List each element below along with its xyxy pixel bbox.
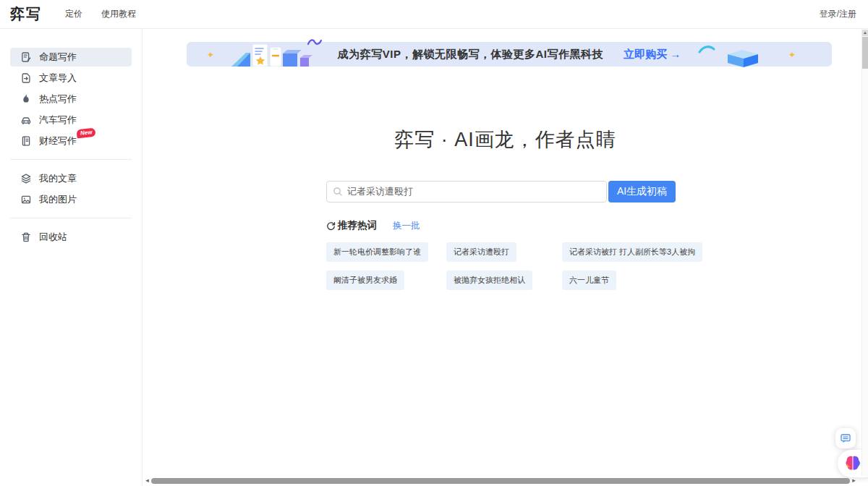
vertical-scrollbar[interactable]: ▲ <box>861 30 868 476</box>
sidebar-item-label: 我的图片 <box>39 193 77 206</box>
ai-generate-draft-button[interactable]: AI生成初稿 <box>608 181 676 202</box>
notebook-pen-icon <box>20 51 32 64</box>
search-icon <box>333 187 343 197</box>
app-logo[interactable]: 弈写 <box>10 4 42 24</box>
top-navigation: 定价 使用教程 <box>65 8 136 20</box>
refresh-hotwords-link[interactable]: 换一批 <box>393 220 420 232</box>
horizontal-scrollbar[interactable]: ◂ ▸ <box>143 477 858 485</box>
sparkle-icon: ✦ <box>207 51 214 59</box>
hotword-chip[interactable]: 六一儿童节 <box>562 270 616 290</box>
brain-logo <box>843 454 862 473</box>
search-section: AI生成初稿 推荐热词 换一批 新一轮电价调整影响了谁 记者采访遭殴打 记者采访… <box>326 181 676 290</box>
sidebar-item-hot-topic-writing[interactable]: 热点写作 <box>10 90 132 108</box>
feedback-chat-button[interactable] <box>835 428 856 448</box>
vip-banner: ✦ 成为弈写VIP，解锁无 <box>187 42 832 67</box>
top-bar: 弈写 定价 使用教程 登录/注册 <box>0 0 868 29</box>
article-import-icon <box>20 72 32 85</box>
sidebar: 命题写作 文章导入 热点写作 汽车写作 <box>0 29 142 486</box>
hotword-chip[interactable]: 阚清子被男友求婚 <box>326 270 404 290</box>
sidebar-item-recycle-bin[interactable]: 回收站 <box>10 228 132 247</box>
scroll-left-arrow[interactable]: ◂ <box>143 477 151 485</box>
flame-icon <box>20 93 32 106</box>
topic-input[interactable] <box>326 181 607 202</box>
sidebar-item-article-import[interactable]: 文章导入 <box>10 69 132 88</box>
banner-box-illustration <box>725 48 761 68</box>
sidebar-item-proposition-writing[interactable]: 命题写作 <box>10 48 132 67</box>
horizontal-scrollbar-thumb[interactable] <box>151 478 850 484</box>
sidebar-item-label: 我的文章 <box>39 172 77 185</box>
scroll-right-arrow[interactable]: ▸ <box>850 477 858 485</box>
main-panel: ✦ 成为弈写VIP，解锁无 <box>142 29 868 486</box>
search-row: AI生成初稿 <box>326 181 676 202</box>
search-input-wrap <box>326 181 607 202</box>
content-area: 命题写作 文章导入 热点写作 汽车写作 <box>0 29 868 486</box>
sidebar-divider <box>10 218 132 218</box>
hotword-chip[interactable]: 被抛弃女孩拒绝相认 <box>446 270 532 290</box>
sidebar-item-label: 命题写作 <box>39 51 77 64</box>
vip-banner-text: 成为弈写VIP，解锁无限畅写，体验更多AI写作黑科技 <box>338 48 603 61</box>
hotword-chip[interactable]: 记者采访被打 打人副所长等3人被拘 <box>562 242 702 262</box>
hotword-chip[interactable]: 记者采访遭殴打 <box>446 242 516 262</box>
sidebar-item-label: 文章导入 <box>39 72 77 85</box>
sidebar-item-label: 汽车写作 <box>39 114 77 127</box>
app-window: 弈写 定价 使用教程 登录/注册 命题写作 文章导入 <box>0 0 868 486</box>
sidebar-item-my-images[interactable]: 我的图片 <box>10 190 132 209</box>
nav-tutorial[interactable]: 使用教程 <box>101 8 136 20</box>
banner-squiggle-decoration <box>307 38 323 47</box>
vertical-scrollbar-thumb[interactable] <box>862 37 868 69</box>
car-icon <box>20 114 32 127</box>
sidebar-item-label: 财经写作 <box>39 135 77 148</box>
sidebar-item-auto-writing[interactable]: 汽车写作 <box>10 111 132 129</box>
hotwords-header: 推荐热词 换一批 <box>326 219 676 232</box>
sidebar-item-label: 回收站 <box>39 231 67 244</box>
banner-swoosh-decoration <box>697 44 716 54</box>
scroll-up-arrow[interactable]: ▲ <box>862 30 868 36</box>
new-badge: New <box>76 128 96 139</box>
finance-book-icon <box>20 135 32 148</box>
refresh-icon <box>326 221 336 231</box>
layers-icon <box>20 173 32 185</box>
trash-icon <box>20 231 32 244</box>
image-icon <box>20 194 32 206</box>
sidebar-item-my-articles[interactable]: 我的文章 <box>10 169 132 188</box>
page-title: 弈写 · AI画龙，作者点睛 <box>142 127 868 153</box>
sidebar-divider <box>10 159 132 160</box>
hotwords-label: 推荐热词 <box>338 219 377 232</box>
sparkle-icon: ✦ <box>788 51 796 59</box>
banner-podium-illustration <box>231 42 317 67</box>
sidebar-item-finance-writing[interactable]: 财经写作 New <box>10 132 132 150</box>
hotword-chips: 新一轮电价调整影响了谁 记者采访遭殴打 记者采访被打 打人副所长等3人被拘 阚清… <box>326 242 676 290</box>
buy-now-link[interactable]: 立即购买 → <box>624 48 681 61</box>
sidebar-item-label: 热点写作 <box>39 93 77 106</box>
hotword-chip[interactable]: 新一轮电价调整影响了谁 <box>326 242 428 262</box>
nav-pricing[interactable]: 定价 <box>65 8 82 20</box>
chat-bubble-icon <box>840 432 851 444</box>
login-register-link[interactable]: 登录/注册 <box>820 8 868 20</box>
